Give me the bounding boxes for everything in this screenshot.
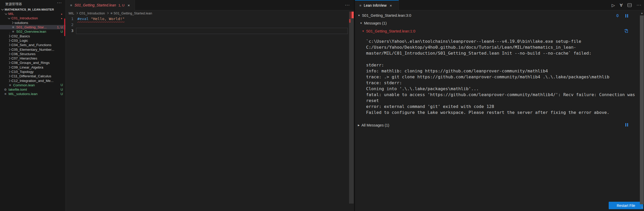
chevron-right-icon <box>8 71 11 73</box>
chevron-down-icon <box>5 12 7 15</box>
modified-dot-icon <box>61 16 62 20</box>
lean-file-icon <box>11 30 15 33</box>
editor-more-actions-icon[interactable] <box>345 3 350 7</box>
run-icon[interactable] <box>612 3 615 8</box>
lean-infoview-panel: Lean InfoView S01_Getting_Started.lean:3… <box>355 0 644 211</box>
chevron-right-icon <box>8 39 11 42</box>
git-badge: 1, U <box>57 26 63 29</box>
git-badge: U <box>61 92 63 96</box>
line-number-active: 3 <box>66 28 73 34</box>
chevron-right-icon <box>106 12 108 14</box>
breadcrumb-c01-introduction[interactable]: C01_Introduction <box>79 11 105 15</box>
code-editor[interactable]: #eval "Hello, World!" <box>77 16 125 22</box>
overview-ruler-error-mark <box>349 19 351 23</box>
tree-item-c04-sets-and-functions[interactable]: C04_Sets_and_Functions <box>0 43 65 47</box>
chevron-right-icon <box>8 35 11 37</box>
breadcrumb-mil[interactable]: MIL <box>69 11 74 15</box>
tree-item-c10-topology[interactable]: C10_Topology <box>0 70 65 74</box>
modified-dot-icon <box>61 12 62 16</box>
tree-item-s02-overview[interactable]: S02_Overview.lean U <box>0 29 65 34</box>
line-number: 1 <box>66 16 73 22</box>
chevron-right-icon <box>8 66 11 69</box>
tree-root-workspace[interactable]: MATHEMATICS_IN_LEAN-MASTER <box>0 7 67 12</box>
scrollbar-up-arrow-icon[interactable] <box>641 12 643 14</box>
tree-item-lakefile-toml[interactable]: lakefile.toml U <box>0 87 65 92</box>
tree-item-c05-elementary-number[interactable]: C05_Elementary_Number... <box>0 47 65 52</box>
chevron-right-icon <box>8 57 11 60</box>
overview-ruler-error-mark <box>352 12 354 18</box>
chevron-right-icon <box>8 53 11 55</box>
close-icon[interactable] <box>390 3 392 8</box>
close-icon[interactable] <box>128 3 130 7</box>
restart-file-icon[interactable] <box>624 28 629 34</box>
scrollbar-down-arrow-icon[interactable] <box>641 206 643 209</box>
breadcrumb: MIL C01_Introduction S01_Getting_Started… <box>68 10 153 16</box>
lean-file-icon <box>8 83 12 87</box>
vscode-window: 资源管理器 MATHEMATICS_IN_LEAN-MASTER MIL C01… <box>0 0 644 211</box>
chevron-right-icon <box>76 12 78 14</box>
lean-file-icon <box>11 25 15 29</box>
line-number: 2 <box>66 22 73 28</box>
tree-item-c12-integration[interactable]: C12_Integration_and_Me... <box>0 78 65 83</box>
split-editor-icon[interactable] <box>628 3 632 7</box>
chevron-right-icon <box>8 48 11 51</box>
line-number-gutter: 1 2 3 <box>66 16 73 34</box>
tree-item-c07-hierarchies[interactable]: C07_Hierarchies <box>0 56 65 61</box>
triangle-down-icon <box>358 14 360 17</box>
tree-item-common-lean[interactable]: Common.lean U <box>0 83 65 87</box>
explorer-header: 资源管理器 <box>0 0 65 7</box>
tree-item-c11-differential-calculus[interactable]: C11_Differential_Calculus <box>0 74 65 78</box>
code-keyword: #eval <box>77 17 89 21</box>
forall-toggle-infoview-icon[interactable] <box>620 3 623 8</box>
tab-title: Lean InfoView <box>364 3 386 7</box>
pin-icon[interactable] <box>615 14 620 19</box>
tab-title: S01_Getting_Started.lean <box>75 3 116 7</box>
explorer-title: 资源管理器 <box>5 2 22 6</box>
chevron-right-icon <box>11 21 14 24</box>
error-message-header[interactable]: S01_Getting_Started.lean:1:0 <box>362 29 415 33</box>
explorer-sidebar: 资源管理器 MATHEMATICS_IN_LEAN-MASTER MIL C01… <box>0 0 66 211</box>
chevron-down-icon <box>8 16 11 19</box>
editor-scrollbar-thumb[interactable] <box>349 12 354 204</box>
tab-lean-infoview[interactable]: Lean InfoView <box>355 0 399 10</box>
restart-file-button[interactable]: Restart File <box>609 202 643 209</box>
tree-item-c02-basics[interactable]: C02_Basics <box>0 34 65 38</box>
tree-item-mil-solutions[interactable]: MIL_solutions.lean U <box>0 92 65 96</box>
tree-item-c08-groups-and-rings[interactable]: C08_Groups_and_Rings <box>0 61 65 65</box>
triangle-down-icon <box>360 22 362 24</box>
pause-all-messages-icon[interactable] <box>625 123 628 126</box>
tree-item-c09-linear-algebra[interactable]: C09_Linear_Algebra <box>0 65 65 70</box>
tree-item-c06-structures[interactable]: C06_Structures <box>0 52 65 56</box>
lean-file-icon <box>109 11 113 15</box>
tree-item-solutions[interactable]: solutions <box>0 21 65 25</box>
tree-item-c03-logic[interactable]: C03_Logic <box>0 38 65 43</box>
editor-error-range-bar <box>64 19 65 36</box>
lean-file-icon <box>359 3 362 8</box>
pause-updates-icon[interactable] <box>625 14 628 18</box>
explorer-tree: MIL C01_Introduction solutions S01_Getti… <box>0 12 65 96</box>
chevron-down-icon <box>1 8 4 10</box>
breadcrumb-filename[interactable]: S01_Getting_Started.lean <box>113 11 152 15</box>
tree-item-s01-getting-started[interactable]: S01_Getting_Star... 1, U <box>0 25 65 29</box>
tab-problems-git-badge: 1, U <box>118 3 125 7</box>
chevron-right-icon <box>8 62 11 64</box>
infoview-tab-bar: Lean InfoView <box>355 0 644 10</box>
messages-section-header[interactable]: Messages (1) <box>360 21 387 25</box>
triangle-down-icon <box>362 30 364 32</box>
explorer-more-actions-icon[interactable] <box>57 1 62 5</box>
current-line-highlight <box>76 28 348 34</box>
git-badge: U <box>61 30 63 33</box>
tree-item-c01-introduction[interactable]: C01_Introduction <box>0 16 65 20</box>
all-messages-header[interactable]: All Messages (1) <box>358 123 389 127</box>
error-message-text: `c:\Users\Yahoo\.elan\toolchains\leanpro… <box>366 38 635 115</box>
more-actions-icon[interactable] <box>637 3 641 7</box>
lean-file-icon <box>69 3 73 7</box>
chevron-right-icon <box>8 75 11 78</box>
tree-item-mil[interactable]: MIL <box>0 12 65 16</box>
infoview-scrollbar-thumb[interactable] <box>640 15 644 204</box>
tab-s01-getting-started[interactable]: S01_Getting_Started.lean 1, U <box>66 0 135 10</box>
git-badge: U <box>61 83 63 87</box>
lean-file-icon <box>4 92 7 96</box>
infoview-position-header[interactable]: S01_Getting_Started.lean:3:0 <box>358 13 411 18</box>
gear-icon <box>4 88 7 91</box>
